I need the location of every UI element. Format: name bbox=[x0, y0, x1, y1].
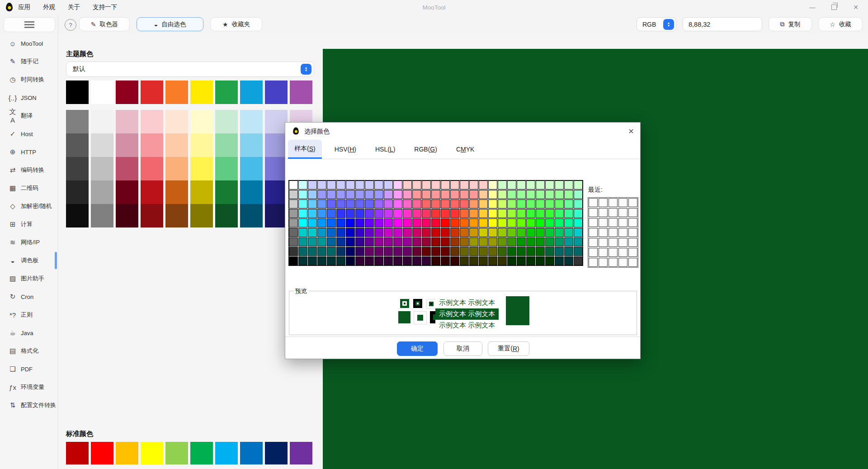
tab-HSV(H)[interactable]: HSV(H) bbox=[328, 140, 363, 159]
sidebar-item-二维码[interactable]: ▦二维码 bbox=[0, 179, 58, 197]
palette-swatch[interactable] bbox=[308, 228, 317, 237]
palette-swatch[interactable] bbox=[564, 256, 573, 265]
menu-item-2[interactable]: 关于 bbox=[68, 3, 80, 11]
sidebar-item-网络/IP[interactable]: ≋网络/IP bbox=[0, 233, 58, 251]
theme-variant-swatch[interactable] bbox=[215, 133, 238, 157]
theme-variant-swatch[interactable] bbox=[141, 204, 163, 227]
palette-swatch[interactable] bbox=[346, 190, 355, 199]
recent-swatch-empty[interactable] bbox=[618, 238, 627, 247]
palette-swatch[interactable] bbox=[460, 180, 469, 189]
palette-swatch[interactable] bbox=[574, 180, 583, 189]
palette-swatch[interactable] bbox=[412, 209, 421, 218]
palette-swatch[interactable] bbox=[422, 247, 431, 256]
palette-swatch[interactable] bbox=[403, 199, 412, 208]
theme-variant-swatch[interactable] bbox=[66, 157, 89, 180]
theme-variant-swatch[interactable] bbox=[215, 157, 238, 180]
palette-swatch[interactable] bbox=[317, 218, 326, 227]
palette-swatch[interactable] bbox=[479, 199, 488, 208]
palette-swatch[interactable] bbox=[317, 237, 326, 246]
palette-swatch[interactable] bbox=[365, 237, 374, 246]
palette-swatch[interactable] bbox=[469, 228, 478, 237]
sidebar-item-调色板[interactable]: ◒调色板 bbox=[0, 251, 58, 270]
palette-swatch[interactable] bbox=[460, 190, 469, 199]
palette-swatch[interactable] bbox=[346, 228, 355, 237]
help-button[interactable]: ? bbox=[65, 19, 76, 31]
palette-swatch[interactable] bbox=[336, 256, 345, 265]
palette-swatch[interactable] bbox=[308, 256, 317, 265]
tab-RGB(G)[interactable]: RGB(G) bbox=[408, 140, 443, 159]
standard-color-swatch[interactable] bbox=[141, 442, 163, 464]
palette-swatch[interactable] bbox=[308, 209, 317, 218]
theme-variant-swatch[interactable] bbox=[66, 110, 89, 133]
palette-swatch[interactable] bbox=[507, 180, 516, 189]
palette-swatch[interactable] bbox=[298, 247, 307, 256]
palette-swatch[interactable] bbox=[469, 190, 478, 199]
palette-swatch[interactable] bbox=[327, 237, 336, 246]
theme-variant-swatch[interactable] bbox=[240, 204, 263, 227]
palette-swatch[interactable] bbox=[298, 256, 307, 265]
sidebar-item-格式化[interactable]: ▤格式化 bbox=[0, 342, 58, 360]
palette-swatch[interactable] bbox=[536, 237, 545, 246]
palette-swatch[interactable] bbox=[431, 237, 440, 246]
tab-HSL(L)[interactable]: HSL(L) bbox=[369, 140, 401, 159]
palette-swatch[interactable] bbox=[536, 228, 545, 237]
palette-swatch[interactable] bbox=[498, 228, 507, 237]
theme-base-swatch[interactable] bbox=[290, 81, 312, 104]
palette-swatch[interactable] bbox=[488, 209, 497, 218]
palette-swatch[interactable] bbox=[479, 209, 488, 218]
theme-variant-swatch[interactable] bbox=[265, 133, 288, 157]
palette-swatch[interactable] bbox=[336, 180, 345, 189]
palette-swatch[interactable] bbox=[498, 247, 507, 256]
palette-swatch[interactable] bbox=[298, 209, 307, 218]
theme-base-swatch[interactable] bbox=[240, 81, 263, 104]
palette-swatch[interactable] bbox=[336, 228, 345, 237]
palette-swatch[interactable] bbox=[555, 190, 564, 199]
recent-swatch-empty[interactable] bbox=[628, 208, 637, 217]
collect-favorite-button[interactable]: ☆ 收藏 bbox=[818, 17, 863, 31]
palette-swatch[interactable] bbox=[488, 256, 497, 265]
recent-swatch-empty[interactable] bbox=[609, 218, 618, 227]
palette-swatch[interactable] bbox=[517, 256, 526, 265]
palette-swatch[interactable] bbox=[374, 180, 383, 189]
theme-variant-swatch[interactable] bbox=[165, 133, 188, 157]
palette-swatch[interactable] bbox=[431, 218, 440, 227]
palette-swatch[interactable] bbox=[574, 218, 583, 227]
reset-button[interactable]: 重置(R) bbox=[488, 341, 529, 356]
recent-swatch-empty[interactable] bbox=[628, 258, 637, 267]
palette-swatch[interactable] bbox=[336, 218, 345, 227]
recent-swatch-empty[interactable] bbox=[628, 218, 637, 227]
palette-swatch[interactable] bbox=[403, 190, 412, 199]
palette-swatch[interactable] bbox=[555, 256, 564, 265]
palette-swatch[interactable] bbox=[374, 190, 383, 199]
theme-variant-swatch[interactable] bbox=[190, 133, 213, 157]
palette-swatch[interactable] bbox=[298, 218, 307, 227]
palette-swatch[interactable] bbox=[431, 180, 440, 189]
palette-swatch[interactable] bbox=[526, 237, 535, 246]
close-window-button[interactable]: ✕ bbox=[845, 0, 866, 14]
sidebar-item-翻译[interactable]: 文A翻译 bbox=[0, 107, 58, 125]
theme-variant-swatch[interactable] bbox=[190, 204, 213, 227]
palette-swatch[interactable] bbox=[450, 209, 459, 218]
palette-swatch[interactable] bbox=[355, 247, 364, 256]
palette-swatch[interactable] bbox=[327, 199, 336, 208]
palette-swatch[interactable] bbox=[517, 209, 526, 218]
recent-swatch-empty[interactable] bbox=[609, 198, 618, 207]
palette-swatch[interactable] bbox=[574, 237, 583, 246]
palette-swatch[interactable] bbox=[488, 218, 497, 227]
palette-swatch[interactable] bbox=[298, 180, 307, 189]
palette-swatch[interactable] bbox=[450, 218, 459, 227]
theme-variant-swatch[interactable] bbox=[190, 157, 213, 180]
palette-swatch[interactable] bbox=[536, 190, 545, 199]
theme-variant-swatch[interactable] bbox=[240, 110, 263, 133]
palette-swatch[interactable] bbox=[393, 180, 402, 189]
palette-swatch[interactable] bbox=[545, 247, 554, 256]
theme-variant-swatch[interactable] bbox=[265, 180, 288, 204]
recent-swatch-empty[interactable] bbox=[599, 228, 608, 237]
theme-select[interactable]: 默认 ▲▼ bbox=[66, 62, 314, 77]
palette-swatch[interactable] bbox=[422, 228, 431, 237]
palette-swatch[interactable] bbox=[355, 256, 364, 265]
palette-swatch[interactable] bbox=[422, 237, 431, 246]
color-picker-button[interactable]: ✎ 取色器 bbox=[79, 17, 130, 31]
tab-样本(S)[interactable]: 样本(S) bbox=[288, 140, 322, 159]
palette-swatch[interactable] bbox=[488, 228, 497, 237]
